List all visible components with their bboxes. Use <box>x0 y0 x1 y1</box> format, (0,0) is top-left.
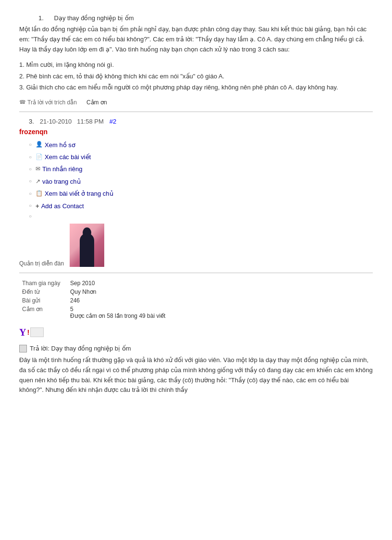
avatar-body <box>80 233 94 267</box>
thanks-label: Cảm ơn <box>19 305 67 320</box>
join-value: Sep 2010 <box>67 279 373 288</box>
thanks-number: 5 <box>70 306 370 313</box>
cursor-icon: ↗ <box>36 176 40 187</box>
stats-join-row: Tham gia ngày Sep 2010 <box>19 279 373 288</box>
xem-bai-trang-chu-link[interactable]: 📋 Xem bài viết ở trang chủ <box>36 188 113 199</box>
post2-time: 11:58 PM <box>77 118 104 125</box>
yahoo-messenger-icon <box>30 327 44 337</box>
action-xem-ho-so: 👤 Xem hồ sơ <box>29 139 373 151</box>
post-number-title: 1. Dạy thay đồng nghiệp bị ốm <box>38 14 373 22</box>
from-value: Quy Nhơn <box>67 288 373 296</box>
thanks-value-cell: 5 Được cảm ơn 58 lần trong 49 bài viết <box>67 305 373 320</box>
post2-id-link[interactable]: #2 <box>110 118 116 125</box>
tin-nhan-link[interactable]: ✉ Tin nhắn riêng <box>36 163 82 175</box>
avatar <box>70 224 104 267</box>
tin-nhan-label: Tin nhắn riêng <box>42 163 82 175</box>
stats-thanks-row: Cảm ơn 5 Được cảm ơn 58 lần trong 49 bài… <box>19 305 373 320</box>
xem-bai-trang-chu-label: Xem bài viết ở trang chủ <box>45 188 113 199</box>
posts-icon: 📄 <box>36 152 43 163</box>
reply-bar: ☎ Trả lời với trích dẫn Cảm ơn <box>19 99 373 106</box>
role-label-text: Quản trị diễn đàn <box>19 258 64 267</box>
answer-1: 1. Mỉm cười, im lặng không nói gì. <box>19 59 373 70</box>
reply-title-icon <box>19 345 27 352</box>
yahoo-y-letter: Y <box>19 327 26 338</box>
post-intro: Một lần do đồng nghiệp của bạn bị ốm phả… <box>19 25 373 54</box>
user-profile-area: Quản trị diễn đàn <box>19 224 373 267</box>
page-icon: 📋 <box>36 188 43 199</box>
reply-icon: ☎ <box>19 99 26 105</box>
xem-bai-viet-link[interactable]: 📄 Xem các bài viết <box>36 151 91 163</box>
answer-3: 3. Giải thích cho các em hiểu mỗi người … <box>19 82 373 93</box>
posts-label: Bài gửi <box>19 296 67 305</box>
action-trang-chu: ↗ vào trang chủ <box>29 176 373 187</box>
post-1-section: 1. Dạy thay đồng nghiệp bị ốm Một lần do… <box>19 14 373 106</box>
section-divider-1 <box>19 112 373 112</box>
post2-date: 21-10-2010 11:58 PM <box>40 118 104 125</box>
answer-2: 2. Phê bình các em, tỏ thái độ không thí… <box>19 71 373 82</box>
username[interactable]: frozenqn <box>19 128 373 136</box>
extra-circle: ○ <box>29 213 373 219</box>
post-number: 1. <box>38 14 44 22</box>
post2-date-value: 21-10-2010 <box>40 118 72 125</box>
action-add-contact: + Add as Contact <box>29 201 373 212</box>
yahoo-exclamation: ! <box>27 328 29 336</box>
user-action-list: 👤 Xem hồ sơ 📄 Xem các bài viết ✉ Tin nhắ… <box>29 139 373 212</box>
role-label: Quản trị diễn đàn <box>19 260 64 267</box>
from-label: Đến từ <box>19 288 67 296</box>
reply-title-text: Trả lời: Dạy thay đồng nghiệp bị ốm <box>30 345 131 352</box>
message-icon: ✉ <box>36 164 40 175</box>
reply-link-text: Trả lời với trích dẫn <box>27 99 77 106</box>
stats-posts-row: Bài gửi 246 <box>19 296 373 305</box>
xem-ho-so-label: Xem hồ sơ <box>45 139 75 151</box>
post2-reply-body: Đây là một tình huống rất thường gặp và … <box>19 355 373 395</box>
yahoo-icon-area: Y ! <box>19 327 44 338</box>
section-divider-2 <box>19 273 373 273</box>
post-2-section: 3. 21-10-2010 11:58 PM #2 frozenqn 👤 Xem… <box>19 118 373 396</box>
answer-list: 1. Mỉm cười, im lặng không nói gì. 2. Ph… <box>19 59 373 93</box>
post-title: Dạy thay đồng nghiệp bị ốm <box>54 14 134 22</box>
reply-with-quote-link[interactable]: ☎ Trả lời với trích dẫn <box>19 99 77 106</box>
post2-header: 3. 21-10-2010 11:58 PM #2 <box>29 118 373 125</box>
person-icon: 👤 <box>36 139 43 150</box>
post2-number: 3. <box>29 118 34 125</box>
action-xem-bai-viet: 📄 Xem các bài viết <box>29 151 373 163</box>
trang-chu-link[interactable]: ↗ vào trang chủ <box>36 176 81 187</box>
action-xem-bai-viet-trang-chu: 📋 Xem bài viết ở trang chủ <box>29 188 373 199</box>
thanks-detail: Được cảm ơn 58 lần trong 49 bài viết <box>70 313 370 319</box>
reply-title-bar: Trả lời: Dạy thay đồng nghiệp bị ốm <box>19 345 373 352</box>
posts-value: 246 <box>67 296 373 305</box>
action-tin-nhan: ✉ Tin nhắn riêng <box>29 163 373 175</box>
user-stats-table: Tham gia ngày Sep 2010 Đến từ Quy Nhơn B… <box>19 279 373 320</box>
thanks-link[interactable]: Cảm ơn <box>86 99 107 106</box>
plus-icon: + <box>36 201 39 212</box>
add-contact-link[interactable]: + Add as Contact <box>36 201 84 212</box>
join-label: Tham gia ngày <box>19 279 67 288</box>
xem-ho-so-link[interactable]: 👤 Xem hồ sơ <box>36 139 75 151</box>
trang-chu-label: vào trang chủ <box>42 176 81 187</box>
stats-from-row: Đến từ Quy Nhơn <box>19 288 373 296</box>
add-contact-label: Add as Contact <box>41 201 84 212</box>
xem-bai-viet-label: Xem các bài viết <box>45 151 91 163</box>
